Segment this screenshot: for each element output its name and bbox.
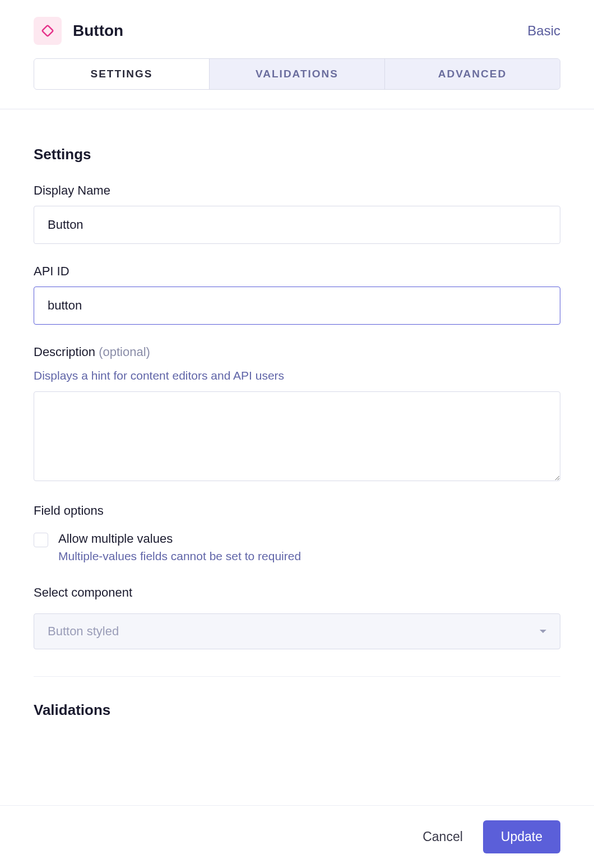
select-component-label: Select component — [34, 585, 560, 600]
field-options-heading: Field options — [34, 504, 560, 518]
chevron-down-icon — [540, 630, 546, 633]
field-display-name: Display Name — [34, 183, 560, 244]
tab-settings[interactable]: SETTINGS — [34, 59, 210, 89]
description-label: Description (optional) — [34, 345, 560, 359]
content-scroll[interactable]: Settings Display Name API ID Description… — [0, 123, 594, 805]
tab-advanced[interactable]: ADVANCED — [385, 59, 560, 89]
select-component-dropdown[interactable]: Button styled — [34, 613, 560, 649]
allow-multiple-sub: Multiple-values fields cannot be set to … — [58, 550, 301, 563]
dialog-header: Button Basic — [0, 0, 594, 58]
allow-multiple-row: Allow multiple values Multiple-values fi… — [34, 532, 560, 563]
update-button[interactable]: Update — [483, 820, 560, 853]
component-icon — [34, 17, 62, 45]
header-left: Button — [34, 17, 123, 45]
tabs: SETTINGS VALIDATIONS ADVANCED — [34, 58, 560, 90]
tab-validations[interactable]: VALIDATIONS — [210, 59, 385, 89]
description-hint: Displays a hint for content editors and … — [34, 367, 560, 384]
dialog-footer: Cancel Update — [0, 805, 594, 868]
allow-multiple-checkbox[interactable] — [34, 533, 48, 547]
api-id-input[interactable] — [34, 287, 560, 325]
display-name-input[interactable] — [34, 206, 560, 244]
display-name-label: Display Name — [34, 183, 560, 198]
api-id-label: API ID — [34, 264, 560, 279]
field-api-id: API ID — [34, 264, 560, 325]
allow-multiple-labels: Allow multiple values Multiple-values fi… — [58, 532, 301, 563]
section-heading-settings: Settings — [34, 146, 560, 163]
description-label-text: Description — [34, 345, 95, 359]
description-textarea[interactable] — [34, 391, 560, 481]
svg-rect-0 — [42, 25, 53, 36]
field-description: Description (optional) Displays a hint f… — [34, 345, 560, 483]
select-component-value: Button styled — [48, 624, 119, 639]
component-type-badge: Basic — [527, 23, 560, 39]
section-heading-validations: Validations — [34, 701, 560, 719]
allow-multiple-label: Allow multiple values — [58, 532, 301, 546]
dialog-title: Button — [73, 22, 123, 40]
section-divider — [34, 676, 560, 677]
header-divider — [0, 109, 594, 109]
description-optional-suffix: (optional) — [99, 345, 150, 359]
cancel-button[interactable]: Cancel — [423, 829, 463, 844]
